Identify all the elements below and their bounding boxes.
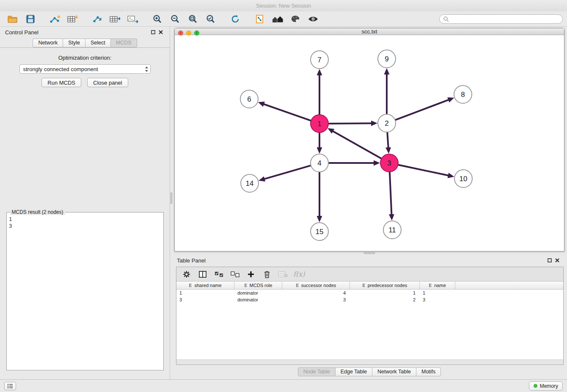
table-cell-mcds_role[interactable]: dominator [234, 297, 282, 302]
home-button[interactable] [269, 13, 286, 25]
column-header-mcds-role[interactable]: MCDS role [234, 282, 282, 289]
graph-node-label: 10 [460, 175, 468, 183]
graph-node-4[interactable]: 4 [311, 154, 328, 172]
column-sort-icon [429, 283, 432, 287]
export-image-button[interactable] [124, 13, 141, 25]
graph-node-14[interactable]: 14 [241, 174, 259, 192]
table-cell-successor_nodes[interactable]: 3 [282, 297, 350, 302]
graph-edge-3-1[interactable] [333, 131, 382, 159]
graph-edge-3-11[interactable] [390, 172, 392, 215]
table-horizontal-scrollbar[interactable] [176, 359, 563, 364]
graph-node-2[interactable]: 2 [378, 114, 396, 132]
column-header-shared-name[interactable]: shared name [176, 282, 234, 289]
zoom-selected-button[interactable] [202, 13, 219, 25]
table-panel-close-button[interactable] [553, 257, 561, 264]
search-input[interactable] [451, 16, 559, 22]
search-field[interactable] [439, 14, 563, 24]
palette-icon [291, 15, 300, 23]
tab-edge-table[interactable]: Edge Table [336, 367, 372, 376]
graph-edge-1-6[interactable] [263, 104, 311, 121]
task-history-button[interactable] [4, 382, 16, 390]
unchecked-boxes-icon [231, 271, 239, 277]
table-cell-predecessor_nodes[interactable]: 1 [350, 290, 420, 295]
export-table-button[interactable] [107, 13, 124, 25]
table-cell-mcds_role[interactable]: dominator [234, 290, 282, 295]
run-mcds-button[interactable]: Run MCDS [41, 78, 81, 87]
horizontal-splitter[interactable] [174, 251, 564, 255]
table-body: 1dominator4113dominator323 [176, 290, 563, 359]
zoom-out-button[interactable] [167, 13, 184, 25]
control-panel-float-button[interactable] [149, 28, 157, 36]
tab-network[interactable]: Network [33, 39, 63, 47]
column-header-name[interactable]: name [420, 282, 455, 289]
maximize-window-button[interactable]: + [194, 30, 199, 36]
tab-network-table[interactable]: Network Table [372, 367, 416, 376]
apply-layout-button[interactable] [227, 13, 244, 25]
close-panel-button[interactable]: Close panel [87, 78, 128, 87]
graph-edge-2-3[interactable] [387, 132, 388, 148]
graph-node-3[interactable]: 3 [380, 154, 398, 172]
table-settings-button[interactable] [180, 268, 193, 280]
graph-node-label: 3 [387, 159, 391, 167]
show-column-button[interactable] [196, 268, 209, 280]
graph-node-1[interactable]: 1 [311, 115, 328, 133]
graph-node-7[interactable]: 7 [311, 51, 328, 69]
open-session-button[interactable] [4, 13, 21, 25]
graph-node-10[interactable]: 10 [454, 170, 472, 188]
table-row[interactable]: 3dominator323 [176, 296, 563, 303]
splitter-handle[interactable] [171, 193, 172, 204]
memory-button[interactable]: Memory [529, 381, 563, 391]
column-header-successor-nodes[interactable]: successor nodes [282, 282, 350, 289]
tab-node-table[interactable]: Node Table [298, 367, 336, 376]
import-network-button[interactable] [47, 13, 63, 25]
unselect-all-columns-button[interactable] [228, 268, 242, 280]
zoom-fit-button[interactable] [184, 13, 201, 25]
import-table-icon [67, 15, 78, 23]
graph-edge-3-10[interactable] [398, 165, 449, 176]
dropdown-stepper-icon [145, 66, 149, 72]
select-all-columns-button[interactable] [212, 268, 226, 280]
graph-node-6[interactable]: 6 [240, 90, 258, 108]
save-session-button[interactable] [22, 13, 39, 25]
delete-table-button [276, 268, 290, 280]
minimize-window-button[interactable]: − [186, 30, 191, 36]
import-table-button[interactable] [64, 13, 81, 25]
tab-style[interactable]: Style [63, 39, 85, 47]
table-cell-successor_nodes[interactable]: 4 [282, 290, 350, 295]
graph-edge-4-14[interactable] [264, 166, 311, 179]
search-icon [443, 16, 449, 22]
graphics-details-button[interactable] [305, 13, 322, 25]
close-window-button[interactable]: × [178, 30, 183, 36]
criterion-dropdown[interactable]: strongly connected component [19, 64, 151, 74]
node-table: f(x) shared name MCDS role [176, 267, 564, 365]
network-canvas[interactable]: 7968124314101511 [175, 35, 564, 251]
table-cell-name[interactable]: 3 [420, 297, 455, 302]
zoom-in-button[interactable] [149, 13, 166, 25]
tab-select[interactable]: Select [85, 39, 111, 47]
graph-node-9[interactable]: 9 [378, 50, 396, 68]
table-cell-shared_name[interactable]: 3 [176, 297, 234, 302]
control-panel-close-button[interactable] [157, 28, 165, 36]
table-cell-predecessor_nodes[interactable]: 2 [350, 297, 420, 302]
table-row[interactable]: 1dominator411 [176, 290, 563, 296]
graph-node-15[interactable]: 15 [311, 223, 328, 240]
mcds-result-box[interactable]: MCDS result (2 nodes) 1 3 [6, 212, 164, 370]
export-network-button[interactable] [89, 13, 106, 25]
table-cell-shared_name[interactable]: 1 [176, 290, 234, 295]
splitter-handle[interactable] [364, 252, 375, 254]
tab-motifs[interactable]: Motifs [416, 367, 441, 376]
style-button[interactable] [287, 13, 304, 25]
delete-column-button[interactable] [260, 268, 274, 280]
graph-node-11[interactable]: 11 [383, 221, 401, 239]
column-header-predecessor-nodes[interactable]: predecessor nodes [350, 282, 420, 289]
graph-node-8[interactable]: 8 [454, 86, 472, 103]
memory-status-icon [534, 384, 537, 388]
table-panel-float-button[interactable] [546, 257, 553, 264]
graph-edge-2-8[interactable] [395, 99, 449, 120]
graph-edge-1-2[interactable] [328, 123, 372, 124]
trash-icon [264, 271, 270, 278]
tab-mcds[interactable]: MCDS [111, 39, 137, 47]
create-column-button[interactable] [244, 268, 258, 280]
network-from-selection-button[interactable] [251, 13, 268, 25]
table-cell-name[interactable]: 1 [420, 290, 455, 295]
